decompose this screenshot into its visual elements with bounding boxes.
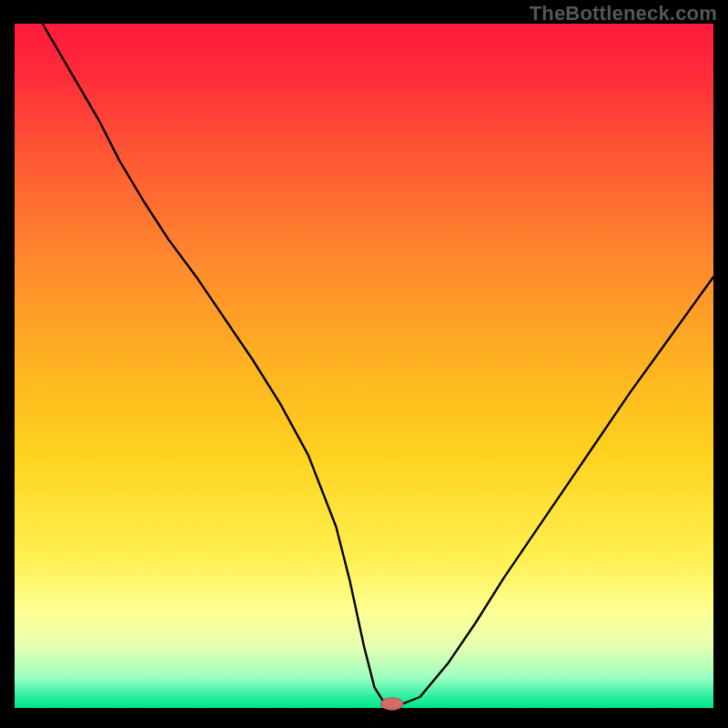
bottleneck-chart <box>0 0 728 728</box>
watermark-text: TheBottleneck.com <box>530 2 717 25</box>
min-marker <box>380 698 403 711</box>
chart-frame: { "watermark": "TheBottleneck.com", "col… <box>0 0 728 728</box>
plot-area <box>15 24 713 708</box>
